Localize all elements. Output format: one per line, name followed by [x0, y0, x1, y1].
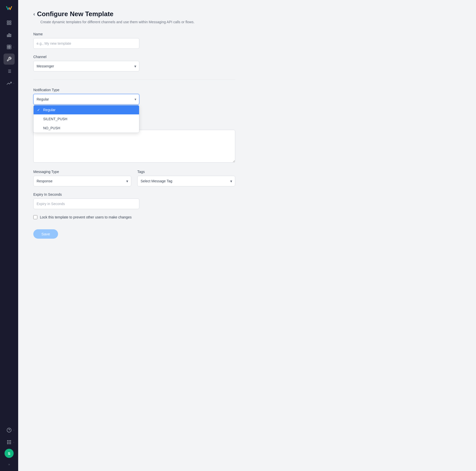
expiry-input[interactable]: [33, 199, 139, 209]
tags-group: Tags Select Message Tag ▾: [137, 170, 235, 186]
svg-point-27: [9, 443, 10, 444]
divider: [33, 80, 235, 80]
sidebar-item-tools[interactable]: ›: [4, 54, 15, 65]
sidebar-item-reports[interactable]: ›: [4, 78, 15, 89]
expand-icon: ›: [13, 58, 14, 60]
svg-point-20: [7, 440, 8, 441]
lock-checkbox-row: Lock this template to prevent other user…: [33, 215, 235, 219]
sidebar-item-analytics[interactable]: [4, 29, 15, 40]
svg-rect-10: [7, 47, 9, 49]
svg-rect-8: [7, 45, 9, 47]
svg-point-26: [7, 443, 8, 444]
notification-type-label: Notification Type: [33, 88, 235, 92]
svg-rect-9: [9, 45, 11, 47]
svg-rect-1: [7, 21, 9, 22]
notification-dropdown-menu: ✓ Regular SILENT_PUSH NO_PUSH: [33, 105, 139, 133]
svg-point-23: [7, 442, 8, 443]
svg-rect-3: [7, 23, 9, 25]
svg-point-25: [10, 442, 11, 443]
svg-rect-7: [10, 34, 11, 37]
expand-icon: ›: [13, 429, 14, 431]
form: Name Channel Messenger SMS Email WhatsAp…: [33, 32, 235, 239]
sidebar-expand-button[interactable]: »: [4, 461, 15, 468]
name-input[interactable]: [33, 38, 139, 49]
notification-option-regular[interactable]: ✓ Regular: [34, 105, 139, 114]
channel-select-wrapper: Messenger SMS Email WhatsApp ▾: [33, 61, 139, 71]
page-title: Configure New Template: [37, 10, 114, 18]
channel-label: Channel: [33, 55, 235, 59]
svg-point-28: [10, 443, 11, 444]
logo[interactable]: [4, 3, 14, 13]
notification-type-group: Notification Type Regular ▾ ✓ Regular SI…: [33, 88, 235, 105]
sidebar: › › › › › S »: [0, 0, 18, 471]
svg-rect-11: [9, 47, 11, 49]
lock-checkbox[interactable]: [33, 215, 37, 219]
svg-rect-5: [7, 35, 8, 37]
tags-select-wrapper: Select Message Tag ▾: [137, 176, 235, 186]
svg-point-22: [10, 440, 11, 441]
channel-select[interactable]: Messenger SMS Email WhatsApp: [33, 61, 139, 71]
save-button[interactable]: Save: [33, 229, 58, 239]
expiry-label: Expiry In Seconds: [33, 192, 235, 196]
svg-point-24: [9, 442, 10, 443]
expand-icon: ›: [13, 82, 14, 85]
messaging-type-select[interactable]: Response UPDATE MESSAGE_TAG: [33, 176, 131, 186]
notification-dropdown-arrow: ▾: [135, 97, 136, 101]
main-content: ‹ Configure New Template Create dynamic …: [18, 0, 476, 471]
expiry-group: Expiry In Seconds: [33, 192, 235, 209]
tags-select[interactable]: Select Message Tag: [137, 176, 235, 186]
page-subtitle: Create dynamic templates for different c…: [40, 20, 461, 24]
notification-dropdown-container: Regular ▾ ✓ Regular SILENT_PUSH NO_PUSH: [33, 94, 139, 105]
sidebar-item-campaigns[interactable]: ›: [4, 41, 15, 53]
message-group: [33, 130, 235, 164]
option-label: NO_PUSH: [43, 126, 60, 130]
messaging-type-select-wrapper: Response UPDATE MESSAGE_TAG ▾: [33, 176, 131, 186]
svg-rect-2: [10, 21, 11, 22]
back-button[interactable]: ‹: [33, 11, 35, 17]
notification-selected-value: Regular: [37, 97, 49, 101]
sidebar-item-apps[interactable]: ›: [4, 437, 15, 448]
notification-option-no-push[interactable]: NO_PUSH: [34, 123, 139, 133]
sidebar-item-dashboard[interactable]: [4, 17, 15, 28]
tags-label: Tags: [137, 170, 235, 174]
option-label: Regular: [43, 108, 56, 112]
name-group: Name: [33, 32, 235, 49]
expand-icon: ›: [13, 46, 14, 48]
notification-select-display[interactable]: Regular ▾: [33, 94, 139, 105]
channel-group: Channel Messenger SMS Email WhatsApp ▾: [33, 55, 235, 71]
name-label: Name: [33, 32, 235, 36]
svg-point-21: [9, 440, 10, 441]
check-icon: ✓: [37, 108, 41, 112]
page-header: ‹ Configure New Template Create dynamic …: [33, 10, 461, 24]
option-label: SILENT_PUSH: [43, 117, 67, 121]
notification-option-silent-push[interactable]: SILENT_PUSH: [34, 114, 139, 123]
message-textarea[interactable]: [33, 130, 235, 163]
lock-label[interactable]: Lock this template to prevent other user…: [40, 215, 131, 219]
messaging-type-group: Messaging Type Response UPDATE MESSAGE_T…: [33, 170, 131, 186]
back-link: ‹ Configure New Template: [33, 10, 461, 18]
svg-rect-6: [9, 34, 9, 37]
expand-icon: ›: [13, 441, 14, 443]
messaging-tags-row: Messaging Type Response UPDATE MESSAGE_T…: [33, 170, 235, 192]
svg-rect-4: [10, 23, 11, 25]
sidebar-item-help[interactable]: ›: [4, 425, 15, 436]
messaging-type-label: Messaging Type: [33, 170, 131, 174]
sidebar-item-list[interactable]: [4, 66, 15, 77]
avatar[interactable]: S: [5, 449, 14, 458]
